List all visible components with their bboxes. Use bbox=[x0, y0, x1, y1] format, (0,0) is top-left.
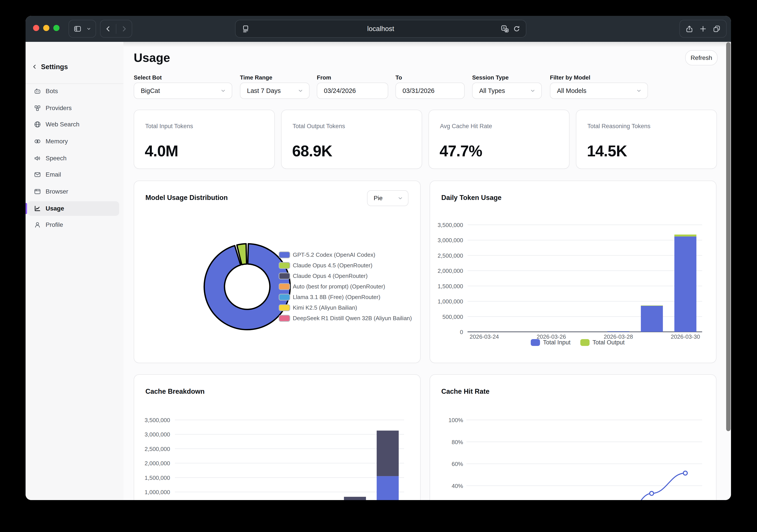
close-button[interactable] bbox=[33, 25, 39, 31]
cache-breakdown-card: Cache Breakdown 1,000,0001,500,0002,000,… bbox=[134, 374, 421, 500]
stat-label: Total Input Tokens bbox=[145, 123, 193, 130]
y-tick-label: 1,500,000 bbox=[438, 283, 463, 289]
envelope-icon bbox=[34, 171, 41, 178]
time-range-dropdown[interactable]: Last 7 Days bbox=[240, 83, 310, 99]
sidebar-item-label: Memory bbox=[45, 138, 68, 145]
chart-title: Model Usage Distribution bbox=[145, 194, 228, 202]
scrollbar-thumb[interactable] bbox=[726, 42, 731, 431]
tab-overview-icon[interactable] bbox=[712, 25, 721, 33]
donut-legend: GPT-5.2 Codex (OpenAI Codex)Claude Opus … bbox=[279, 250, 412, 323]
legend-swatch bbox=[531, 339, 540, 346]
legend-swatch bbox=[279, 304, 290, 311]
sidebar-toggle-icon[interactable] bbox=[74, 25, 82, 33]
stat-card-cache-hit-rate: Avg Cache Hit Rate 47.7% bbox=[429, 110, 569, 169]
y-tick-label: 60% bbox=[452, 461, 463, 467]
refresh-button[interactable]: Refresh bbox=[685, 50, 717, 65]
filter-label-from: From bbox=[317, 74, 331, 81]
chart-line-icon bbox=[34, 205, 41, 212]
legend-swatch bbox=[279, 315, 290, 322]
legend-label: Auto (best for prompt) (OpenRouter) bbox=[293, 283, 385, 290]
translate-icon[interactable]: A bbox=[500, 24, 509, 33]
session-type-dropdown[interactable]: All Types bbox=[472, 83, 542, 99]
to-date-field[interactable]: 03/31/2026 bbox=[395, 83, 465, 99]
nav-buttons-group bbox=[100, 20, 132, 38]
new-tab-icon[interactable] bbox=[699, 25, 707, 33]
time-range-value: Last 7 Days bbox=[247, 87, 281, 95]
y-tick-label: 3,500,000 bbox=[144, 417, 170, 424]
y-tick-label: 100% bbox=[448, 417, 463, 424]
bar-segment bbox=[607, 331, 629, 332]
filter-label-time-range: Time Range bbox=[240, 74, 272, 81]
sidebar-item-label: Speech bbox=[45, 155, 67, 162]
minimize-button[interactable] bbox=[43, 25, 49, 31]
desktop: localhost A Settings bbox=[0, 0, 757, 532]
chevron-down-icon bbox=[397, 195, 403, 201]
filter-label-to: To bbox=[395, 74, 402, 81]
browser-window: localhost A Settings bbox=[26, 16, 731, 500]
legend-item: Auto (best for prompt) (OpenRouter) bbox=[279, 281, 412, 292]
stat-value: 47.7% bbox=[439, 142, 482, 160]
legend-swatch bbox=[279, 273, 290, 280]
y-tick-label: 40% bbox=[452, 483, 463, 489]
from-date-field[interactable]: 03/24/2026 bbox=[317, 83, 388, 99]
pie-type-value: Pie bbox=[374, 195, 382, 202]
scroll-shadow bbox=[123, 42, 731, 47]
filter-model-value: All Models bbox=[557, 87, 587, 95]
reload-icon[interactable] bbox=[513, 25, 521, 33]
sidebar-item-profile[interactable]: Profile bbox=[28, 218, 119, 232]
chevron-down-icon bbox=[220, 88, 226, 94]
y-tick-label: 2,000,000 bbox=[438, 268, 463, 274]
legend-label: GPT-5.2 Codex (OpenAI Codex) bbox=[293, 251, 375, 258]
sidebar-item-bots[interactable]: Bots bbox=[28, 84, 119, 99]
sidebar-item-web-search[interactable]: Web Search bbox=[28, 117, 119, 132]
chevron-down-icon[interactable] bbox=[86, 26, 91, 31]
chevron-down-icon bbox=[530, 88, 535, 94]
legend-item: Total Output bbox=[580, 339, 625, 346]
legend-swatch bbox=[580, 339, 590, 346]
sidebar-item-memory[interactable]: Memory bbox=[28, 134, 119, 149]
address-bar[interactable]: localhost A bbox=[235, 20, 526, 38]
data-point-marker bbox=[683, 471, 687, 475]
y-tick-label: 3,000,000 bbox=[438, 237, 463, 244]
daily-token-usage-chart: 0500,0001,000,0001,500,0002,000,0002,500… bbox=[430, 181, 716, 363]
filter-model-dropdown[interactable]: All Models bbox=[550, 83, 648, 99]
robot-icon bbox=[34, 87, 41, 95]
data-point-marker bbox=[650, 491, 654, 495]
select-bot-dropdown[interactable]: BigCat bbox=[134, 83, 232, 99]
select-bot-value: BigCat bbox=[141, 87, 160, 95]
share-icon[interactable] bbox=[685, 25, 694, 33]
sidebar-item-providers[interactable]: Providers bbox=[28, 101, 119, 115]
bar-segment bbox=[377, 476, 399, 500]
brain-icon bbox=[34, 138, 41, 145]
back-chevron-icon[interactable] bbox=[31, 63, 38, 71]
page-format-icon[interactable] bbox=[242, 25, 250, 33]
forward-button-icon[interactable] bbox=[120, 25, 128, 33]
filter-label-model: Filter by Model bbox=[550, 74, 590, 81]
y-tick-label: 500,000 bbox=[442, 313, 463, 320]
legend-label: Total Input bbox=[543, 339, 571, 346]
window-actions-group bbox=[680, 20, 727, 38]
zoom-button[interactable] bbox=[53, 25, 59, 31]
chevron-down-icon bbox=[298, 88, 303, 94]
stat-label: Total Output Tokens bbox=[292, 123, 345, 130]
person-icon bbox=[34, 221, 41, 228]
daily-chart-legend: Total InputTotal Output bbox=[457, 339, 699, 346]
legend-swatch bbox=[279, 283, 290, 290]
chart-title: Cache Hit Rate bbox=[441, 388, 490, 396]
sidebar-item-email[interactable]: Email bbox=[28, 167, 119, 182]
legend-swatch bbox=[279, 251, 290, 258]
y-tick-label: 1,000,000 bbox=[438, 298, 463, 305]
daily-token-usage-card: Daily Token Usage 0500,0001,000,0001,500… bbox=[430, 181, 716, 363]
sidebar-item-speech[interactable]: Speech bbox=[28, 151, 119, 165]
legend-item: Kimi K2.5 (Aliyun Bailian) bbox=[279, 302, 412, 313]
cache-hit-rate-card: Cache Hit Rate 40%60%80%100% bbox=[430, 374, 716, 500]
legend-label: Claude Opus 4 (OpenRouter) bbox=[293, 273, 368, 280]
back-button-icon[interactable] bbox=[104, 25, 112, 33]
y-tick-label: 3,000,000 bbox=[144, 431, 170, 438]
to-date-value: 03/31/2026 bbox=[403, 87, 435, 95]
bar-segment bbox=[641, 306, 663, 332]
sidebar-item-browser[interactable]: Browser bbox=[28, 184, 119, 199]
sidebar-item-usage[interactable]: Usage bbox=[28, 201, 119, 216]
stat-card-output-tokens: Total Output Tokens 68.9K bbox=[281, 110, 422, 169]
pie-type-dropdown[interactable]: Pie bbox=[367, 190, 409, 206]
